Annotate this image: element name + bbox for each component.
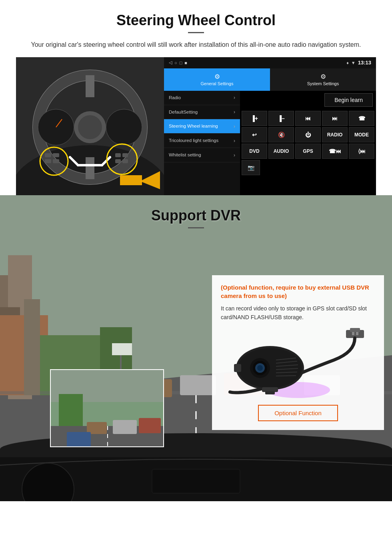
optional-function-button[interactable]: Optional Function	[258, 405, 338, 421]
gps-label: GPS	[303, 148, 313, 154]
prev-btn[interactable]: ⏮	[295, 111, 321, 126]
controls-row-1: ▐+ ▐– ⏮ ⏭ ☎	[242, 111, 374, 126]
vol-up-icon: ▐+	[251, 115, 258, 122]
car-dashboard	[0, 449, 392, 501]
phone-next-btn[interactable]: ⟨⏭	[349, 144, 374, 159]
svg-rect-76	[0, 449, 392, 457]
svg-point-11	[106, 109, 142, 145]
svg-rect-24	[115, 159, 121, 163]
menu-item-whitelist[interactable]: Whitelist setting ›	[164, 148, 240, 162]
menu-radio-label: Radio	[169, 95, 181, 101]
phone-next-icon: ⟨⏭	[358, 148, 366, 154]
svg-rect-54	[67, 432, 91, 447]
android-ui: ◁ ○ □ ■ ♦ ▼ 13:13 ⚙ General Settings	[164, 57, 376, 195]
svg-rect-20	[45, 159, 51, 163]
dvr-divider	[188, 227, 204, 228]
svg-rect-53	[139, 418, 161, 433]
phone-prev-icon: ☎⏮	[329, 148, 341, 154]
dvr-optional-text: (Optional function, require to buy exter…	[221, 283, 375, 300]
android-content: Radio › DefaultSetting › Steering Wheel …	[164, 91, 376, 195]
dvr-title-area: Support DVR	[0, 195, 392, 232]
dvr-btn[interactable]: 📷	[242, 160, 260, 175]
status-time: 13:13	[358, 60, 371, 66]
home-icon[interactable]: ○	[174, 60, 177, 65]
dvr-title: Support DVR	[0, 207, 392, 224]
title-divider	[188, 32, 204, 33]
phone-prev-btn[interactable]: ☎⏮	[322, 144, 348, 159]
dvr-icon: 📷	[248, 164, 254, 171]
dvr-info-card: (Optional function, require to buy exter…	[212, 275, 384, 430]
mode-btn[interactable]: MODE	[349, 127, 374, 142]
dvd-label: DVD	[249, 148, 259, 154]
steering-section: Steering Wheel Control Your original car…	[0, 0, 392, 195]
prev-icon: ⏮	[305, 115, 311, 122]
screenshot-icon[interactable]: ■	[184, 60, 187, 65]
tab-system-label: System Settings	[307, 81, 339, 86]
controls-row-3: DVD AUDIO GPS ☎⏮ ⟨⏭	[242, 144, 374, 159]
svg-rect-50	[59, 394, 83, 426]
svg-rect-23	[122, 153, 128, 157]
svg-rect-22	[115, 153, 121, 157]
svg-point-9	[78, 115, 102, 139]
menu-item-default[interactable]: DefaultSetting ›	[164, 105, 240, 120]
svg-rect-73	[265, 391, 275, 394]
settings-menu: Radio › DefaultSetting › Steering Wheel …	[164, 91, 240, 195]
svg-rect-52	[113, 420, 137, 434]
tab-general[interactable]: ⚙ General Settings	[164, 68, 270, 91]
next-icon: ⏭	[332, 115, 338, 122]
svg-rect-21	[53, 159, 59, 163]
svg-rect-19	[53, 153, 59, 157]
vol-down-icon: ▐–	[278, 115, 285, 122]
mute-btn[interactable]: 🔇	[268, 127, 294, 142]
svg-rect-25	[122, 159, 128, 163]
dvr-section: Support DVR (Optional function, require …	[0, 195, 392, 501]
power-btn[interactable]: ⏻	[295, 127, 321, 142]
vol-down-btn[interactable]: ▐–	[268, 111, 294, 126]
phone-icon: ☎	[358, 115, 365, 122]
radio-btn[interactable]: RADIO	[322, 127, 348, 142]
mute-icon: 🔇	[278, 132, 285, 138]
dvd-btn[interactable]: DVD	[242, 144, 267, 159]
controls-panel: Begin learn ▐+ ▐– ⏮ ⏭ ☎ ↩	[240, 91, 376, 195]
mode-label: MODE	[354, 132, 369, 138]
audio-label: AUDIO	[274, 148, 289, 154]
gear-icon: ⚙	[214, 73, 220, 80]
chevron-icon: ›	[234, 138, 235, 144]
settings-tabs: ⚙ General Settings ⚙ System Settings	[164, 68, 376, 91]
svg-rect-74	[234, 364, 241, 372]
status-bar: ◁ ○ □ ■ ♦ ▼ 13:13	[164, 57, 376, 68]
svg-line-71	[276, 376, 296, 376]
svg-rect-27	[120, 175, 142, 185]
vol-up-btn[interactable]: ▐+	[242, 111, 267, 126]
settings-icon: ⚙	[320, 73, 326, 80]
controls-row-2: ↩ 🔇 ⏻ RADIO MODE	[242, 127, 374, 142]
svg-rect-58	[356, 332, 358, 335]
svg-rect-18	[45, 153, 51, 157]
gps-btn[interactable]: GPS	[295, 144, 321, 159]
power-icon: ⏻	[305, 132, 311, 138]
chevron-icon: ›	[234, 95, 235, 100]
tab-system[interactable]: ⚙ System Settings	[270, 68, 376, 91]
back-icon[interactable]: ◁	[169, 60, 172, 65]
radio-label: RADIO	[327, 132, 343, 138]
controls-grid: ▐+ ▐– ⏮ ⏭ ☎ ↩ 🔇 ⏻ RADIO MODE	[240, 109, 376, 177]
dvr-camera-image	[221, 328, 375, 400]
svg-rect-39	[180, 375, 216, 395]
recents-icon[interactable]: □	[180, 60, 182, 65]
phone-btn[interactable]: ☎	[349, 111, 374, 126]
tab-general-label: General Settings	[201, 81, 234, 86]
svg-point-65	[257, 365, 263, 371]
chevron-icon: ›	[234, 152, 235, 158]
menu-item-radio[interactable]: Radio ›	[164, 91, 240, 105]
menu-item-steering[interactable]: Steering Wheel learning ›	[164, 119, 240, 134]
chevron-icon: ›	[234, 124, 235, 129]
svg-rect-43	[24, 299, 40, 395]
next-btn[interactable]: ⏭	[322, 111, 348, 126]
audio-btn[interactable]: AUDIO	[268, 144, 294, 159]
menu-whitelist-label: Whitelist setting	[169, 152, 201, 158]
back-btn[interactable]: ↩	[242, 127, 267, 142]
steering-ui-container: ◁ ○ □ ■ ♦ ▼ 13:13 ⚙ General Settings	[16, 57, 376, 195]
begin-learn-button[interactable]: Begin learn	[324, 93, 373, 107]
section-subtitle: Your original car's steering wheel contr…	[24, 40, 368, 50]
menu-item-tricolour[interactable]: Tricoloured light settings ›	[164, 134, 240, 148]
